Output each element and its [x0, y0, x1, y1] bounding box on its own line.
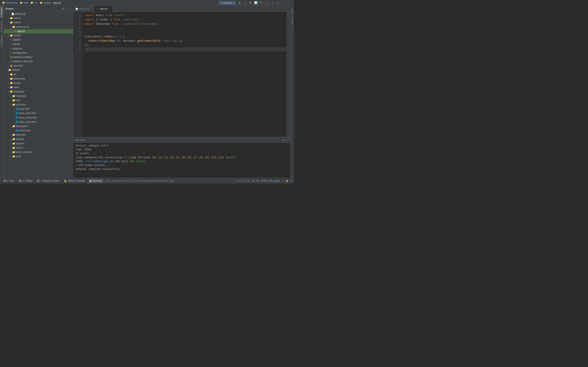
tree-item-baseemailhtml[interactable]: 🌐 base_email.html	[4, 116, 73, 120]
git-icon: ↑↓	[282, 180, 284, 182]
tree-item-club[interactable]: 📁 club	[4, 98, 73, 103]
tree-item-basetoolshtml[interactable]: 🌐 base_tools.html	[4, 120, 73, 124]
sidebar-dropdown-icon[interactable]: ▾	[15, 8, 16, 10]
code-line-7: render(<SubmitApp />, document.getElemen…	[85, 39, 287, 43]
sidebar-tree[interactable]: 📄 playlist.py 📁 search 📁 submit 📁 compon…	[4, 12, 73, 178]
arrow-templates	[7, 90, 10, 93]
tree-item-etc[interactable]: 📁 etc	[4, 72, 73, 77]
right-tab-sciview[interactable]: SciView	[291, 7, 294, 16]
icon-baseamphtml: 🌐	[16, 111, 18, 115]
debug-button[interactable]: 🐞	[243, 1, 247, 5]
breadcrumb-src[interactable]: src	[34, 1, 37, 4]
tree-item-webpackconfig[interactable]: JS webpack.config.js	[4, 55, 73, 59]
vcs-commit[interactable]: ✓	[276, 1, 280, 5]
tree-item-yarnlock[interactable]: 🔒 yarn.lock	[4, 64, 73, 68]
icon-playlists: 📁	[12, 142, 15, 146]
code-line-8: });	[85, 43, 287, 48]
run-config[interactable]: ▶ runserver ▾	[219, 1, 236, 5]
icon-tab-appjsx: ⚛	[97, 8, 99, 10]
tree-item-partials[interactable]: 📁 partials	[4, 137, 73, 141]
tree-item-channels[interactable]: 📁 channels	[4, 94, 73, 98]
label-search-templates: search	[16, 146, 23, 150]
tree-item-static-contents[interactable]: 📁 static_contents	[4, 150, 73, 154]
right-tab-database[interactable]: Database	[291, 16, 294, 26]
terminal-minimize-icon[interactable]: —	[286, 139, 289, 142]
tree-item-episodes[interactable]: 📁 episodes	[4, 133, 73, 137]
tab-robotstxt[interactable]: 📄 robots.txt ×	[73, 6, 94, 12]
coverage-button[interactable]: ⚙	[248, 1, 253, 5]
left-tab-project[interactable]: 1: Project	[0, 6, 3, 18]
label-baseamphtml: base_amp.html	[19, 111, 36, 115]
tree-item-scripts[interactable]: 📁 scripts	[4, 81, 73, 85]
tree-item-vendor[interactable]: 📁 vendor	[4, 33, 73, 38]
tree-item-submit[interactable]: 📁 submit	[4, 20, 73, 25]
label-webpackstats: webpack-stats.json	[12, 59, 33, 63]
tree-item-playlists[interactable]: 📁 playlists	[4, 142, 73, 146]
tree-item-search-templates[interactable]: 📁 search	[4, 146, 73, 150]
breadcrumb-web[interactable]: web	[24, 1, 28, 4]
tree-item-basehtml[interactable]: 🌐 base.html	[4, 107, 73, 111]
toolbar-tab-python[interactable]: 🐍 Python Console	[62, 178, 87, 183]
tree-item-common[interactable]: 📁 common	[4, 103, 73, 107]
label-submit: submit	[13, 21, 21, 25]
tree-item-static[interactable]: 📁 static	[4, 85, 73, 90]
run-button[interactable]: ▶	[238, 1, 242, 5]
terminal-settings-icon[interactable]: ⚙	[282, 139, 285, 142]
tree-item-components[interactable]: 📁 components	[4, 25, 73, 29]
label-etc: etc	[13, 73, 17, 76]
tree-item-packagejson[interactable]: { } package.json	[4, 51, 73, 55]
tree-item-developers[interactable]: 📁 developers	[4, 124, 73, 128]
tab-close-appjsx[interactable]: ×	[109, 8, 110, 10]
breadcrumb-listennotes[interactable]: listennotes	[6, 1, 17, 4]
left-tab-structure[interactable]: 2: Structure	[0, 18, 3, 33]
tree-item-gitignore[interactable]: ⊗ .gitignore	[4, 47, 73, 51]
tab-appjsx[interactable]: ⚛ app.jsx ×	[94, 6, 113, 12]
toolbar-tab-terminal[interactable]: ▣ Terminal	[87, 178, 104, 183]
arrow-basetoolshtml	[13, 120, 16, 123]
icon-templates: 📁	[10, 90, 13, 94]
tree-item-eslintrc[interactable]: ● .eslintrc	[4, 42, 73, 46]
breadcrumb-appjsx: app.jsx	[53, 1, 61, 4]
label-templates: templates	[13, 90, 24, 94]
tree-item-tools[interactable]: 📁 tools	[4, 154, 73, 159]
tree-item-appjsx[interactable]: ⚛ app.jsx	[4, 29, 73, 33]
tree-item-search[interactable]: 📁 search	[4, 16, 73, 20]
arrow-episodes	[9, 133, 12, 136]
run-tab-label: Run	[9, 179, 14, 182]
sidebar-collapse-icon[interactable]: —	[68, 7, 71, 10]
arrow-search	[7, 17, 10, 20]
term-line-4: [110] (webpack)/hot nonrecursive ^\./log…	[76, 156, 288, 160]
editor-content[interactable]: 1 2 3 4 5 6 7 8 9 import React from 'rea…	[73, 12, 290, 137]
toolbar-tab-vcs[interactable]: 9 ↑ Version Control	[35, 178, 61, 183]
code-area[interactable]: import React from 'react'; import { rend…	[82, 12, 287, 137]
left-tab-database[interactable]: 3: Database	[0, 33, 3, 48]
left-tabs: 1: Project 2: Structure 3: Database	[0, 6, 4, 178]
toolbar-tab-run[interactable]: 4 ▶ Run	[1, 178, 16, 183]
profile-button[interactable]: 📊	[254, 1, 258, 5]
tree-item-playlistpy[interactable]: 📄 playlist.py	[4, 12, 73, 16]
tree-item-baseamphtml[interactable]: 🌐 base_amp.html	[4, 111, 73, 115]
arrow-static-contents	[9, 151, 12, 154]
tree-item-homehtml[interactable]: 🌐 home.html	[4, 128, 73, 133]
git-branch[interactable]: Git: master	[269, 180, 280, 182]
tab-close-robotstxt[interactable]: ×	[90, 8, 92, 10]
breadcrumb-sep1: ›	[18, 1, 19, 4]
toolbar-tab-todo[interactable]: 6 ☑ TODO	[17, 178, 34, 183]
sidebar-sort-icon[interactable]: ≡	[66, 7, 67, 10]
build-button[interactable]: 🔨	[259, 1, 263, 5]
tree-item-website[interactable]: 📁 website	[4, 68, 73, 72]
vcs-push[interactable]: ↑	[281, 1, 286, 5]
tree-item-webpackstats[interactable]: { } webpack-stats.json	[4, 59, 73, 64]
vcs-update[interactable]: ↓	[270, 1, 275, 5]
sidebar-title: Project	[5, 7, 14, 10]
sidebar-settings-icon[interactable]: ⚙	[62, 7, 64, 10]
breadcrumb-submit[interactable]: submit	[43, 1, 51, 4]
label-gitignore: .gitignore	[12, 47, 22, 50]
tree-item-babelrc[interactable]: ⬡ .babelrc	[4, 38, 73, 42]
tree-item-templates[interactable]: 📁 templates	[4, 90, 73, 94]
tree-item-listennotes[interactable]: 📁 listennotes	[4, 77, 73, 81]
undo-button[interactable]: ↩	[287, 1, 292, 5]
event-log[interactable]: 9+ Event Log	[237, 180, 251, 182]
label-eslintrc: .eslintrc	[12, 42, 20, 46]
stop-button[interactable]: ■	[264, 1, 269, 5]
